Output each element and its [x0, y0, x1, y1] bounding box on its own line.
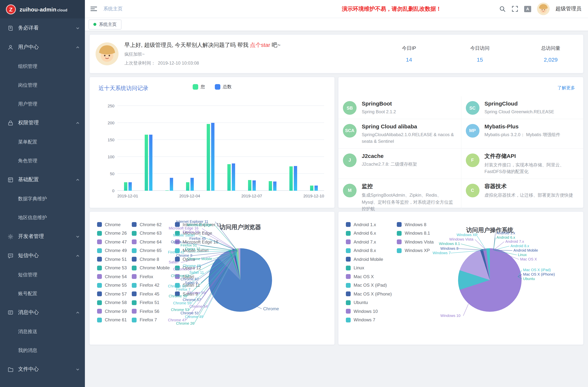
legend-label: Chrome 57	[105, 291, 127, 296]
learn-more-link[interactable]: 了解更多	[557, 85, 575, 91]
sidebar-item-0[interactable]: 务必详看	[0, 19, 85, 38]
pie-legend-item[interactable]: Firefox	[132, 274, 175, 279]
sidebar-item-7[interactable]: 文件中心	[0, 360, 85, 379]
star-link[interactable]: 点个star	[250, 41, 270, 48]
pie-legend-item[interactable]: Chrome 26	[97, 231, 132, 236]
pie-legend-item[interactable]: Chrome 53	[97, 265, 132, 270]
username[interactable]: 超级管理员	[556, 5, 581, 12]
pie-legend-item[interactable]: Mac OS X (iPad)	[346, 283, 397, 287]
font-size-icon[interactable]: A	[524, 6, 531, 12]
pie-legend-item[interactable]: Android 8.x	[346, 248, 397, 253]
legend-swatch	[97, 257, 102, 262]
pie-legend-item[interactable]: Internet Explorer 11	[175, 222, 227, 227]
sidebar-item-5[interactable]: 短信中心	[0, 246, 85, 265]
bar-legend-item[interactable]: 您	[192, 84, 205, 90]
sidebar-subitem[interactable]: 菜单配置	[0, 132, 85, 151]
legend-swatch	[346, 257, 351, 262]
sidebar-subitem[interactable]: 组织管理	[0, 57, 85, 76]
pie-legend-item[interactable]: Mobile Safari	[175, 248, 227, 253]
pie-legend-item[interactable]: Windows XP	[397, 248, 439, 253]
sidebar-item-6[interactable]: 消息中心	[0, 303, 85, 322]
pie-legend-item[interactable]: Android Mobile	[346, 257, 397, 262]
pie-legend-item[interactable]: Mac OS X (iPhone)	[346, 291, 397, 296]
pie-legend-item[interactable]: Android 1.x	[346, 222, 397, 227]
pie-legend-item[interactable]: Microsoft Edge 16	[175, 239, 227, 244]
pie-legend-item[interactable]: Chrome 63	[132, 231, 175, 236]
pie-legend-item[interactable]: Chrome 61	[97, 317, 132, 322]
pie-legend-item[interactable]: Windows 7	[346, 317, 397, 322]
pie-legend-item[interactable]: Mac OS X	[346, 274, 397, 279]
sidebar-item-1[interactable]: 用户中心	[0, 38, 85, 57]
pie-legend-item[interactable]: Chrome	[97, 222, 132, 227]
pie-legend-item[interactable]: Chrome 54	[97, 274, 132, 279]
pie-legend-item[interactable]: Firefox 45	[132, 291, 175, 296]
tab-home[interactable]: 系统主页	[89, 19, 122, 29]
pie-legend-item[interactable]: Chrome 51	[97, 257, 132, 262]
pie-legend-item[interactable]: Firefox 42	[132, 283, 175, 287]
pie-legend-item[interactable]: Windows 8.1	[397, 231, 439, 236]
legend-label: Chrome	[105, 222, 121, 227]
pie-legend-item[interactable]: Chrome 62	[132, 222, 175, 227]
pie-legend-item[interactable]: Chrome 55	[97, 283, 132, 287]
pie-legend-item[interactable]: Firefox 7	[132, 317, 175, 322]
pie-legend-item[interactable]: Chrome 49	[97, 248, 132, 253]
sidebar-item-2[interactable]: 权限管理	[0, 113, 85, 132]
sidebar-subitem[interactable]: 地区信息维护	[0, 208, 85, 227]
pie-legend-item[interactable]: Linux	[346, 265, 397, 270]
pie-legend-item[interactable]: Chrome 65	[132, 248, 175, 253]
pie-legend-item[interactable]: Chrome 59	[97, 309, 132, 314]
tech-badge: SCA	[343, 124, 357, 137]
pie-legend-item[interactable]: Android 7.x	[346, 239, 397, 244]
legend-swatch	[97, 248, 102, 253]
tech-badge: J	[343, 153, 357, 167]
legend-label: Chrome 8	[140, 257, 159, 262]
pie-legend-item[interactable]: Chrome 57	[97, 291, 132, 296]
sidebar-item-4[interactable]: 开发者管理	[0, 227, 85, 246]
tab-active-dot	[93, 23, 96, 26]
pie-legend-item[interactable]: Chrome 8	[132, 257, 175, 262]
pie-legend-item[interactable]: Chrome Mobile	[132, 265, 175, 270]
sidebar-subitem[interactable]: 数据字典维护	[0, 189, 85, 208]
sidebar-subitem[interactable]: 岗位管理	[0, 76, 85, 94]
legend-swatch	[132, 222, 137, 227]
collapse-sidebar-icon[interactable]	[90, 5, 97, 12]
bar-您	[124, 182, 127, 191]
user-avatar[interactable]	[537, 2, 550, 15]
logo-suffix: cloud	[57, 8, 67, 12]
pie-legend-item[interactable]: Chrome 64	[132, 239, 175, 244]
bar-总数	[273, 182, 276, 191]
pie-legend-item[interactable]: Android 6.x	[346, 231, 397, 236]
pie-legend-item[interactable]: Firefox 51	[132, 300, 175, 305]
bar-legend-item[interactable]: 总数	[215, 84, 232, 90]
bar-您	[289, 166, 293, 191]
sidebar-subitem[interactable]: 用户管理	[0, 94, 85, 113]
fullscreen-icon[interactable]	[512, 5, 518, 12]
legend-label: Chrome 64	[140, 239, 162, 244]
legend-swatch	[346, 222, 351, 227]
legend-swatch	[132, 274, 137, 279]
sidebar-subitem[interactable]: 我的消息	[0, 341, 85, 360]
sidebar-subitem[interactable]: 角色管理	[0, 151, 85, 170]
tech-text: 文件存储API封装文件接口，实现本地存储、阿里云、FastDFS存储的配置化	[484, 153, 577, 175]
pie-legend-item[interactable]: Chrome 58	[97, 300, 132, 305]
pie-legend-item[interactable]: Windows Vista	[397, 239, 439, 244]
breadcrumb[interactable]: 系统主页	[103, 5, 123, 12]
sidebar-subitem[interactable]: 账号配置	[0, 284, 85, 303]
pie-callout-label: Linux	[518, 253, 527, 257]
bar-group	[283, 106, 303, 191]
sidebar-subitem[interactable]: 短信管理	[0, 265, 85, 284]
pie-legend-item[interactable]: Firefox 56	[132, 309, 175, 314]
sidebar-subitem[interactable]: 消息推送	[0, 322, 85, 341]
pie-legend-item[interactable]: Windows 10	[346, 309, 397, 314]
bar-您	[145, 135, 148, 191]
pie-legend-item[interactable]: Windows 8	[397, 222, 439, 227]
search-icon[interactable]	[499, 5, 506, 12]
pie-legend-item[interactable]: Microsoft Edge	[175, 231, 227, 236]
pie-legend-item[interactable]: Chrome 47	[97, 239, 132, 244]
os-pie	[458, 248, 522, 312]
chevron-up-icon	[76, 121, 80, 125]
sidebar-item-3[interactable]: 基础配置	[0, 170, 85, 189]
pie-legend-item[interactable]: Ubuntu	[346, 300, 397, 305]
tech-title: 容器技术	[484, 183, 573, 190]
header-right: 演示环境维护不易，请勿乱删乱改数据！ A 超级管理员	[342, 2, 581, 15]
